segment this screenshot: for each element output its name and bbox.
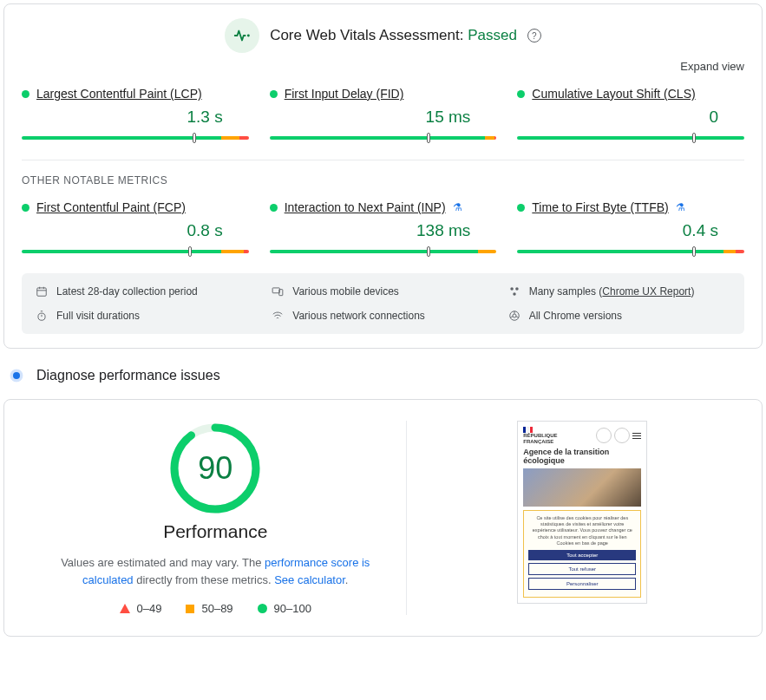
other-metrics-grid: First Contentful Paint (FCP) 0.8 s Inter… <box>22 200 744 256</box>
see-calculator-link[interactable]: See calculator <box>274 573 345 586</box>
refuse-button: Tout refuser <box>528 563 636 575</box>
metric: Cumulative Layout Shift (CLS) 0 <box>517 87 744 142</box>
info-versions: All Chrome versions <box>508 310 730 322</box>
info-devices: Various mobile devices <box>272 285 494 298</box>
value-marker <box>427 133 430 143</box>
distribution-bar <box>22 134 249 142</box>
info-samples: Many samples (Chrome UX Report) <box>508 285 730 298</box>
status-dot-icon <box>270 90 278 98</box>
performance-label: Performance <box>163 521 267 542</box>
metric-name-link[interactable]: Cumulative Layout Shift (CLS) <box>532 87 695 101</box>
expand-view-link[interactable]: Expand view <box>680 60 744 73</box>
legend-good: 90–100 <box>258 602 311 615</box>
customize-button: Personnaliser <box>528 578 636 590</box>
diagnose-header: Diagnose performance issues <box>7 366 759 385</box>
preview-brand: RÉPUBLIQUE FRANÇAISE <box>523 433 557 444</box>
value-marker <box>692 133 696 143</box>
vitals-title: Core Web Vitals Assessment: Passed <box>270 27 517 44</box>
svg-point-5 <box>515 287 519 291</box>
preview-hero-image <box>523 468 641 507</box>
ademe-badge-icon <box>596 428 612 443</box>
legend-poor: 0–49 <box>120 602 162 615</box>
performance-score: 90 <box>167 421 263 516</box>
performance-gauge: 90 <box>167 421 263 516</box>
experiment-icon[interactable]: ⚗ <box>676 201 685 213</box>
flag-icon <box>523 427 557 433</box>
svg-point-4 <box>510 287 514 291</box>
svg-point-7 <box>38 313 45 320</box>
value-marker <box>692 246 696 257</box>
menu-icon <box>632 433 641 439</box>
metric-name-link[interactable]: First Contentful Paint (FCP) <box>36 200 186 214</box>
metric-name-link[interactable]: Interaction to Next Paint (INP) <box>285 200 446 214</box>
distribution-bar <box>270 134 497 142</box>
info-network: Various network connections <box>272 310 494 322</box>
legend-mid: 50–89 <box>186 602 232 615</box>
core-metrics-grid: Largest Contentful Paint (LCP) 1.3 s Fir… <box>22 87 744 142</box>
wifi-icon <box>272 310 284 322</box>
triangle-icon <box>120 604 130 613</box>
diagnose-icon <box>7 366 26 385</box>
distribution-bar <box>270 247 497 256</box>
cookie-banner: Ce site utilise des cookies pour réalise… <box>523 510 641 598</box>
metric-name-link[interactable]: First Input Delay (FID) <box>285 87 404 101</box>
devices-icon <box>272 285 284 298</box>
mobile-preview: RÉPUBLIQUE FRANÇAISE Agence de la transi… <box>517 421 647 604</box>
info-period: Latest 28-day collection period <box>36 285 258 298</box>
page-preview: RÉPUBLIQUE FRANÇAISE Agence de la transi… <box>424 421 741 615</box>
square-icon <box>186 605 194 613</box>
distribution-bar <box>22 247 249 256</box>
chrome-icon <box>508 310 520 322</box>
metric-name-link[interactable]: Largest Contentful Paint (LCP) <box>36 87 202 101</box>
status-dot-icon <box>517 204 525 212</box>
status-dot-icon <box>270 204 278 212</box>
vitals-header: Core Web Vitals Assessment: Passed ? <box>22 18 744 53</box>
distribution-bar <box>517 134 744 142</box>
value-marker <box>193 133 196 143</box>
info-durations: Full visit durations <box>36 310 258 322</box>
vitals-status: Passed <box>468 27 517 43</box>
distribution-bar <box>517 247 744 256</box>
status-dot-icon <box>22 90 29 98</box>
value-marker <box>188 246 192 257</box>
metric-name-link[interactable]: Time to First Byte (TTFB) <box>532 200 668 214</box>
svg-point-0 <box>247 35 250 37</box>
score-legend: 0–49 50–89 90–100 <box>120 602 311 615</box>
performance-description: Values are estimated and may vary. The p… <box>50 554 380 588</box>
svg-point-9 <box>513 314 516 317</box>
metric-value: 0.8 s <box>22 221 249 240</box>
expand-row: Expand view <box>22 60 744 73</box>
metric-value: 1.3 s <box>22 108 249 127</box>
metric: Largest Contentful Paint (LCP) 1.3 s <box>22 87 249 142</box>
preview-title: Agence de la transition écologique <box>523 448 641 465</box>
other-metrics-label: OTHER NOTABLE METRICS <box>22 174 744 186</box>
calendar-icon <box>36 285 48 298</box>
value-marker <box>427 246 430 257</box>
svg-point-6 <box>513 292 516 296</box>
metric-value: 0 <box>517 108 744 127</box>
metric: Time to First Byte (TTFB) ⚗ 0.4 s <box>517 200 744 256</box>
diagnose-title: Diagnose performance issues <box>36 368 220 383</box>
svg-rect-2 <box>272 288 279 293</box>
metric-value: 0.4 s <box>517 221 744 240</box>
status-dot-icon <box>22 204 29 212</box>
collection-info: Latest 28-day collection period Various … <box>22 273 744 334</box>
circle-icon <box>258 604 267 613</box>
help-icon[interactable]: ? <box>527 29 541 43</box>
metric-value: 138 ms <box>270 221 497 240</box>
metric: First Input Delay (FID) 15 ms <box>270 87 497 142</box>
divider <box>22 160 744 160</box>
france-badge-icon <box>614 428 630 443</box>
stopwatch-icon <box>36 310 48 322</box>
pulse-icon <box>225 18 259 53</box>
cookie-text: Ce site utilise des cookies pour réalise… <box>528 515 636 546</box>
metric-value: 15 ms <box>270 108 497 127</box>
performance-summary: 90 Performance Values are estimated and … <box>25 421 407 615</box>
status-dot-icon <box>517 90 525 98</box>
chrome-ux-link[interactable]: Chrome UX Report <box>602 285 691 298</box>
performance-card: 90 Performance Values are estimated and … <box>3 399 763 637</box>
svg-rect-1 <box>37 288 47 296</box>
experiment-icon[interactable]: ⚗ <box>453 201 462 213</box>
metric: First Contentful Paint (FCP) 0.8 s <box>22 200 249 256</box>
metric: Interaction to Next Paint (INP) ⚗ 138 ms <box>270 200 497 256</box>
